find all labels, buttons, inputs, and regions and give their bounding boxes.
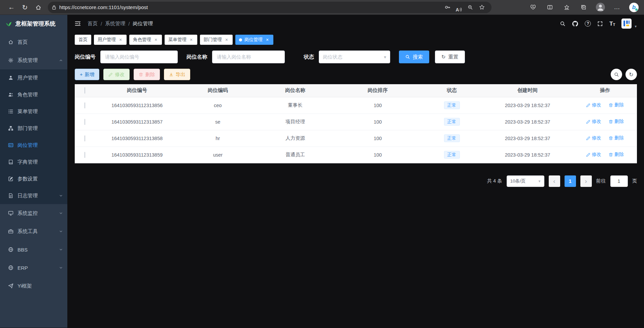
- post-name-input[interactable]: [212, 51, 285, 63]
- github-icon[interactable]: [572, 21, 578, 27]
- breadcrumb-separator: /: [101, 21, 102, 27]
- chevron-down-icon: [59, 248, 63, 251]
- row-delete-link[interactable]: 删除: [609, 119, 624, 125]
- sidebar-item-monitor[interactable]: 系统监控: [0, 204, 67, 222]
- breadcrumb-item[interactable]: 首页: [88, 21, 98, 27]
- cell-post-name: 董事长: [257, 97, 334, 113]
- close-icon[interactable]: ×: [224, 37, 229, 42]
- app-logo[interactable]: 意框架管理系统: [0, 15, 67, 32]
- close-icon[interactable]: ×: [265, 37, 270, 42]
- collections-icon[interactable]: [577, 2, 589, 13]
- read-aloud-icon[interactable]: A: [453, 3, 465, 12]
- refresh-table-button[interactable]: ↻: [625, 69, 637, 80]
- row-delete-link[interactable]: 删除: [609, 102, 624, 108]
- sidebar-item-menus[interactable]: 菜单管理: [0, 103, 67, 120]
- goto-page-input[interactable]: [610, 175, 628, 187]
- fullscreen-icon[interactable]: [597, 21, 603, 27]
- browser-back-button[interactable]: ←: [5, 1, 18, 13]
- close-icon[interactable]: ×: [189, 37, 194, 42]
- row-edit-link[interactable]: 修改: [586, 102, 601, 108]
- row-edit-link[interactable]: 修改: [586, 152, 601, 158]
- sidebar-collapse-icon[interactable]: [75, 21, 81, 27]
- tab-posts-active[interactable]: 岗位管理 ×: [235, 35, 273, 45]
- sidebar-item-bbs[interactable]: BBS: [0, 240, 67, 259]
- add-favorite-star-icon[interactable]: [476, 3, 487, 12]
- password-key-icon[interactable]: [442, 3, 453, 12]
- close-icon[interactable]: ×: [154, 37, 158, 42]
- top-navbar: 首页 / 系统管理 / 岗位管理 ? TT: [67, 15, 644, 32]
- row-edit-link[interactable]: 修改: [586, 119, 601, 125]
- add-button[interactable]: + 新增: [75, 69, 99, 80]
- sidebar-item-posts[interactable]: 岗位管理: [0, 137, 67, 154]
- sidebar-item-label: ERP: [18, 265, 55, 271]
- user-avatar[interactable]: [621, 19, 632, 29]
- goto-label: 前往: [596, 178, 606, 184]
- close-icon[interactable]: ×: [118, 37, 123, 42]
- row-checkbox[interactable]: [84, 119, 85, 125]
- row-delete-link[interactable]: 删除: [609, 135, 624, 141]
- sidebar-item-erp[interactable]: ERP: [0, 259, 67, 277]
- sidebar-item-yi-framework[interactable]: Yi框架: [0, 277, 67, 295]
- sidebar-item-dictionary[interactable]: 字典管理: [0, 154, 67, 170]
- sidebar-menu: 首页 系统管理 用户管理 角色管理 菜单管理: [0, 32, 67, 295]
- tab-roles[interactable]: 角色管理 ×: [129, 35, 162, 45]
- column-header: 操作: [573, 84, 637, 97]
- row-checkbox[interactable]: [84, 102, 85, 108]
- sidebar-item-home[interactable]: 首页: [0, 33, 67, 51]
- tab-users[interactable]: 用户管理 ×: [94, 35, 127, 45]
- post-id-label: 岗位编号: [75, 54, 96, 61]
- status-badge: 正常: [444, 134, 460, 142]
- bing-copilot-icon[interactable]: b: [628, 2, 640, 13]
- show-search-button[interactable]: [611, 69, 622, 80]
- edit-button[interactable]: 修改: [103, 69, 130, 80]
- sidebar-item-label: 菜单管理: [18, 108, 63, 115]
- sidebar-item-logs[interactable]: 日志管理: [0, 187, 67, 204]
- cell-post-id: 1641030593112313858: [95, 130, 179, 146]
- row-delete-link[interactable]: 删除: [609, 152, 624, 158]
- address-bar[interactable]: https://ccnetcore.com:1101/system/post A: [48, 2, 492, 13]
- browser-menu-icon[interactable]: …: [611, 2, 623, 13]
- select-all-checkbox[interactable]: [84, 87, 85, 94]
- sidebar-item-users[interactable]: 用户管理: [0, 69, 67, 86]
- sidebar-item-roles[interactable]: 角色管理: [0, 86, 67, 103]
- post-id-input[interactable]: [100, 51, 178, 63]
- font-size-icon[interactable]: TT: [609, 21, 615, 27]
- row-checkbox[interactable]: [84, 152, 85, 158]
- globe-icon: [8, 247, 13, 252]
- browser-refresh-button[interactable]: ↻: [18, 1, 32, 13]
- row-checkbox[interactable]: [84, 135, 85, 141]
- tab-home[interactable]: 首页: [75, 35, 91, 45]
- row-edit-link[interactable]: 修改: [586, 135, 601, 141]
- download-icon: [169, 72, 173, 77]
- sidebar-item-system[interactable]: 系统管理: [0, 51, 67, 69]
- sidebar-item-departments[interactable]: 部门管理: [0, 120, 67, 137]
- reset-button[interactable]: ↻ 重置: [435, 51, 465, 63]
- sidebar-item-tools[interactable]: 系统工具: [0, 222, 67, 240]
- zoom-icon[interactable]: [465, 3, 476, 12]
- browser-essentials-icon[interactable]: [527, 2, 539, 13]
- current-page-button[interactable]: 1: [565, 175, 576, 187]
- sidebar-item-parameters[interactable]: 参数设置: [0, 170, 67, 187]
- search-button[interactable]: 搜索: [399, 51, 429, 63]
- split-screen-icon[interactable]: [544, 2, 556, 13]
- next-page-button[interactable]: ›: [580, 175, 592, 187]
- favorites-icon[interactable]: [561, 2, 573, 13]
- cell-post-sort: 100: [334, 113, 421, 130]
- url-text[interactable]: https://ccnetcore.com:1101/system/post: [59, 4, 442, 10]
- breadcrumb-item[interactable]: 系统管理: [105, 21, 125, 27]
- delete-button[interactable]: 删除: [134, 69, 160, 80]
- export-button[interactable]: 导出: [164, 69, 190, 80]
- browser-toolbar: ← ↻ https://ccnetcore.com:1101/system/po…: [0, 0, 644, 15]
- help-icon[interactable]: ?: [585, 21, 591, 27]
- tab-departments[interactable]: 部门管理 ×: [200, 35, 233, 45]
- browser-profile-avatar[interactable]: [594, 2, 606, 13]
- search-icon[interactable]: [560, 21, 566, 27]
- tab-menus[interactable]: 菜单管理 ×: [165, 35, 197, 45]
- browser-home-button[interactable]: [32, 1, 45, 13]
- status-select[interactable]: 岗位状态 ▾: [319, 51, 390, 63]
- prev-page-button[interactable]: ‹: [549, 175, 560, 187]
- page-size-select[interactable]: 10条/页 ▾: [507, 175, 544, 187]
- caret-down-icon[interactable]: ▾: [635, 24, 637, 29]
- chevron-down-icon: ▾: [384, 55, 386, 60]
- search-form: 岗位编号 岗位名称 状态 岗位状态 ▾ 搜索 ↻ 重置: [75, 51, 637, 63]
